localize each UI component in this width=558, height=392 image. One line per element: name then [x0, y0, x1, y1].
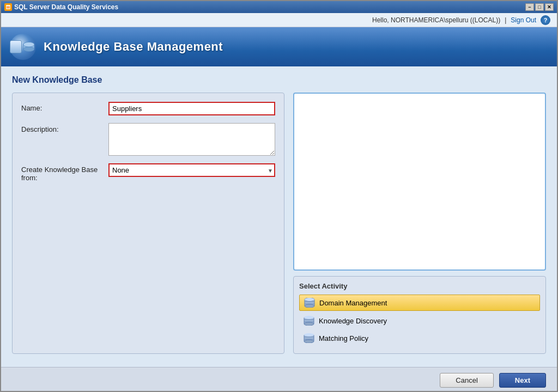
- svg-point-5: [23, 47, 34, 52]
- header-title: Knowledge Base Management: [44, 40, 223, 54]
- svg-point-17: [304, 316, 314, 319]
- svg-point-15: [305, 304, 314, 308]
- description-label: Description:: [21, 123, 108, 133]
- name-row: Name:: [21, 102, 275, 115]
- name-label: Name:: [21, 102, 108, 112]
- create-from-label: Create Knowledge Base from:: [21, 163, 108, 182]
- maximize-button[interactable]: □: [535, 3, 544, 11]
- cancel-button[interactable]: Cancel: [440, 373, 493, 388]
- activity-matching-policy[interactable]: Matching Policy: [299, 330, 540, 346]
- svg-point-20: [304, 322, 314, 326]
- sign-out-link[interactable]: Sign Out: [511, 16, 536, 24]
- svg-point-11: [305, 298, 314, 301]
- create-from-select[interactable]: None DQS Data Previous Knowledge Base: [108, 163, 275, 177]
- name-input[interactable]: [108, 102, 275, 115]
- page-title: New Knowledge Base: [12, 75, 546, 85]
- svg-point-6: [23, 42, 34, 47]
- header-bar: Knowledge Base Management: [1, 27, 557, 66]
- activity-panel: Select Activity Do: [293, 276, 546, 354]
- activity-domain-management[interactable]: Domain Management: [299, 295, 540, 311]
- svg-point-25: [304, 340, 314, 343]
- description-input[interactable]: [108, 123, 275, 156]
- svg-point-22: [304, 333, 314, 336]
- header-icon: [10, 34, 36, 60]
- help-icon[interactable]: ?: [541, 15, 550, 25]
- activity-knowledge-discovery[interactable]: Knowledge Discovery: [299, 313, 540, 328]
- matching-policy-label: Matching Policy: [319, 334, 368, 342]
- minimize-button[interactable]: −: [525, 3, 534, 11]
- bottom-bar: Cancel Next: [1, 367, 557, 392]
- domain-management-label: Domain Management: [319, 299, 387, 307]
- app-title: SQL Server Data Quality Services: [14, 3, 118, 11]
- description-row: Description:: [21, 123, 275, 156]
- svg-rect-2: [7, 8, 10, 8]
- knowledge-discovery-icon: [304, 316, 314, 326]
- app-icon: [4, 3, 12, 11]
- domain-management-icon: [304, 298, 315, 308]
- right-panel: Select Activity Do: [293, 93, 546, 354]
- left-panel: Name: Description: Create Knowledge Base…: [12, 93, 284, 354]
- user-bar: Hello, NORTHAMERICA\spelluru ((LOCAL)) |…: [1, 13, 557, 27]
- close-button[interactable]: ✕: [545, 3, 554, 11]
- svg-rect-1: [7, 7, 10, 7]
- select-activity-title: Select Activity: [299, 282, 540, 290]
- create-from-wrapper: None DQS Data Previous Knowledge Base ▼: [108, 163, 275, 177]
- main-content: New Knowledge Base Name: Description: Cr…: [1, 66, 557, 367]
- preview-box: [293, 93, 546, 271]
- knowledge-discovery-label: Knowledge Discovery: [319, 317, 387, 325]
- title-bar: SQL Server Data Quality Services − □ ✕: [1, 1, 557, 13]
- user-info: Hello, NORTHAMERICA\spelluru ((LOCAL)): [372, 16, 500, 24]
- next-button[interactable]: Next: [499, 373, 546, 388]
- matching-policy-icon: [304, 333, 314, 343]
- create-from-row: Create Knowledge Base from: None DQS Dat…: [21, 163, 275, 182]
